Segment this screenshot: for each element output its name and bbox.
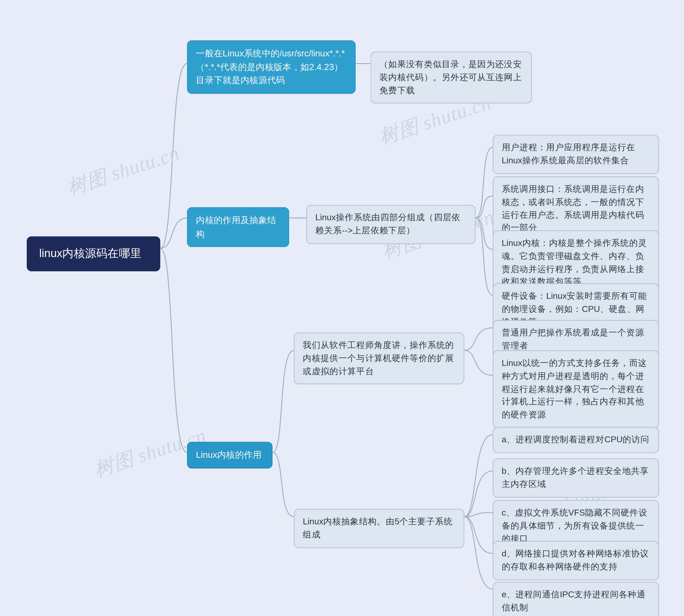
branch-3-sub2[interactable]: Linux内核抽象结构。由5个主要子系统组成: [294, 509, 464, 548]
branch-3-sub1[interactable]: 我们从软件工程师角度讲，操作系统的内核提供一个与计算机硬件等价的扩展或虚拟的计算…: [294, 332, 464, 384]
branch-2-item-0[interactable]: 用户进程：用户应用程序是运行在Linux操作系统最高层的软件集合: [493, 135, 659, 174]
branch-1[interactable]: 一般在Linux系统中的/usr/src/linux*.*.*（*.*.*代表的…: [187, 40, 356, 93]
branch-3-sub2-item-0[interactable]: a、进程调度控制着进程对CPU的访问: [493, 427, 659, 453]
branch-2[interactable]: 内核的作用及抽象结构: [187, 207, 289, 247]
branch-3-sub2-item-4[interactable]: e、进程间通信IPC支持进程间各种通信机制: [493, 582, 659, 616]
branch-1-child[interactable]: （如果没有类似目录，是因为还没安装内核代码）。另外还可从互连网上免费下载: [371, 51, 532, 104]
watermark: 树图 shutu.cn: [64, 140, 183, 201]
branch-3-sub2-item-3[interactable]: d、网络接口提供对各种网络标准协议的存取和各种网络硬件的支持: [493, 541, 659, 580]
root-node[interactable]: linux内核源码在哪里: [27, 236, 160, 271]
branch-3-sub2-item-1[interactable]: b、内存管理允许多个进程安全地共享主内存区域: [493, 458, 659, 497]
branch-3-sub1-item-1[interactable]: Linux以统一的方式支持多任务，而这种方式对用户进程是透明的，每个进程运行起来…: [493, 350, 659, 428]
branch-3[interactable]: Linux内核的作用: [187, 442, 272, 468]
branch-2-desc[interactable]: Linux操作系统由四部分组成（四层依赖关系-->上层依赖下层）: [307, 205, 476, 244]
